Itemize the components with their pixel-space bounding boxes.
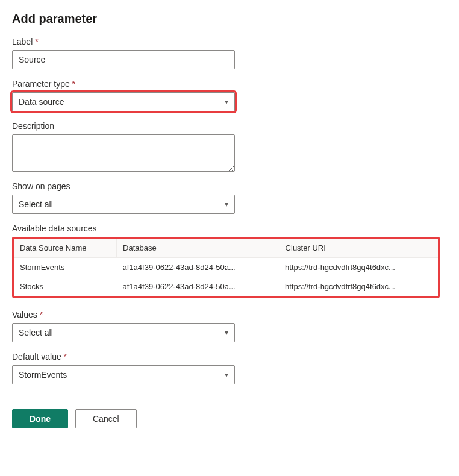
values-label: Values (12, 310, 447, 319)
chevron-down-icon: ▾ (225, 328, 228, 337)
cancel-button[interactable]: Cancel (75, 409, 137, 428)
data-sources-table: Data Source Name Database Cluster URI St… (14, 239, 438, 296)
parameter-type-select[interactable]: Data source ▾ (12, 92, 235, 111)
cell-database: af1a4f39-0622-43ad-8d24-50a... (117, 277, 279, 296)
cell-cluster: https://trd-hgcdvdfrt8gq4t6dxc... (279, 258, 438, 277)
page-title: Add parameter (12, 12, 447, 26)
table-row[interactable]: Stocks af1a4f39-0622-43ad-8d24-50a... ht… (14, 277, 438, 296)
default-value-label: Default value (12, 352, 447, 362)
label-input[interactable] (12, 50, 235, 69)
cell-cluster: https://trd-hgcdvdfrt8gq4t6dxc... (279, 277, 438, 296)
parameter-type-label: Parameter type (12, 79, 447, 89)
show-on-pages-value: Select all (19, 199, 225, 209)
parameter-type-value: Data source (19, 97, 225, 107)
chevron-down-icon: ▾ (225, 98, 228, 106)
chevron-down-icon: ▾ (225, 200, 228, 208)
col-header-cluster[interactable]: Cluster URI (279, 239, 438, 258)
col-header-name[interactable]: Data Source Name (14, 239, 117, 258)
footer-separator (0, 399, 459, 399)
show-on-pages-label: Show on pages (12, 181, 447, 191)
label-field-label: Label (12, 37, 447, 46)
data-sources-table-container: Data Source Name Database Cluster URI St… (12, 237, 440, 298)
col-header-database[interactable]: Database (117, 239, 279, 258)
show-on-pages-select[interactable]: Select all ▾ (12, 195, 235, 214)
description-label: Description (12, 121, 447, 131)
cell-name: Stocks (14, 277, 117, 296)
available-data-sources-label: Available data sources (12, 224, 447, 233)
cell-database: af1a4f39-0622-43ad-8d24-50a... (117, 258, 279, 277)
table-row[interactable]: StormEvents af1a4f39-0622-43ad-8d24-50a.… (14, 258, 438, 277)
description-textarea[interactable] (12, 134, 235, 172)
cell-name: StormEvents (14, 258, 117, 277)
done-button[interactable]: Done (12, 409, 68, 428)
default-value-value: StormEvents (19, 370, 225, 380)
default-value-select[interactable]: StormEvents ▾ (12, 365, 235, 384)
chevron-down-icon: ▾ (225, 371, 228, 379)
values-select[interactable]: Select all ▾ (12, 323, 235, 342)
values-value: Select all (19, 328, 225, 337)
